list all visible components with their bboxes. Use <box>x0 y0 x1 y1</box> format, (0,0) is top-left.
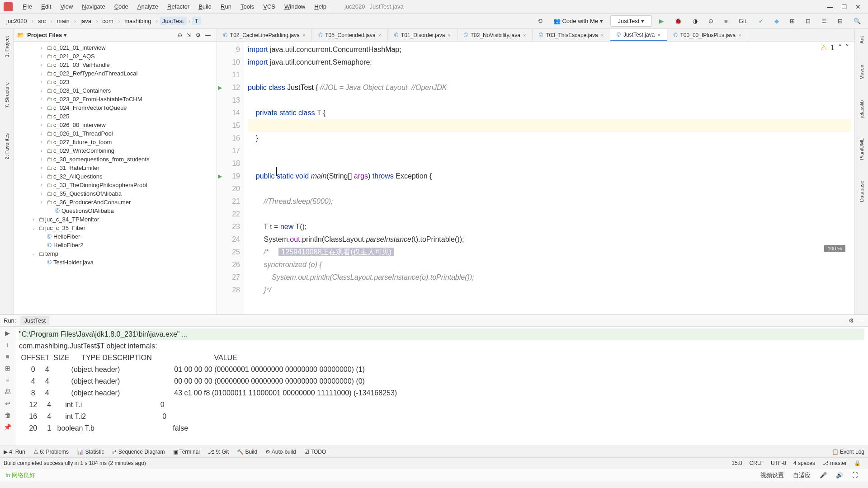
code-line[interactable]: //Thread.sleep(5000); <box>248 195 851 208</box>
menu-view[interactable]: View <box>56 1 77 12</box>
profile-button[interactable]: ⊙ <box>705 16 717 26</box>
breadcrumb-item[interactable]: juc2020 <box>4 17 30 25</box>
video-settings[interactable]: 视频设置 <box>756 471 788 479</box>
inspection-widget[interactable]: ⚠1 ˄ ˅ <box>821 43 849 52</box>
console-output[interactable]: "C:\Program Files\Java\jdk1.8.0_231\bin\… <box>15 327 868 446</box>
chevron-icon[interactable]: › <box>38 200 45 205</box>
tree-folder[interactable]: ⌄🗀temp <box>14 249 217 258</box>
tree-folder[interactable]: ›🗀c_021_01_interview <box>14 43 217 52</box>
minimize-icon[interactable]: — <box>827 3 833 10</box>
line-number[interactable]: 9 <box>219 43 240 56</box>
menu-window[interactable]: Window <box>280 1 310 12</box>
code-line[interactable]: /* 1259410088正在观看(仅主人可见) <box>248 246 851 258</box>
close-icon[interactable]: ✕ <box>855 3 861 10</box>
tab-eventlog[interactable]: 📋 Event Log <box>832 449 864 455</box>
line-number[interactable]: 11 <box>219 69 240 81</box>
tree-folder[interactable]: ›🗀c_32_AliQuestions <box>14 172 217 181</box>
code-line[interactable] <box>248 145 851 157</box>
code-lines[interactable]: import java.util.concurrent.ConcurrentHa… <box>244 42 854 314</box>
scope-dropdown-icon[interactable]: ▾ <box>64 32 67 38</box>
line-number[interactable]: 19▶ <box>219 170 240 183</box>
code-line[interactable]: import java.util.concurrent.ConcurrentHa… <box>248 43 851 56</box>
line-number[interactable]: 22 <box>219 208 240 221</box>
code-line[interactable]: public static void main(String[] args) t… <box>248 170 851 183</box>
filter-icon[interactable]: ≡ <box>5 376 9 384</box>
lock-icon[interactable]: 🔒 <box>850 460 864 466</box>
run-config-selector[interactable]: JustTest ▾ <box>610 15 652 27</box>
left-tab-structure[interactable]: 7: Structure <box>3 79 10 112</box>
code-with-me-button[interactable]: 👥 Code with Me ▾ <box>550 16 607 26</box>
stop-run-button[interactable]: ■ <box>5 353 9 360</box>
chevron-icon[interactable]: › <box>38 122 45 127</box>
chevron-icon[interactable]: › <box>38 183 45 188</box>
chevron-icon[interactable]: › <box>38 105 45 110</box>
chevron-icon[interactable]: › <box>38 131 45 136</box>
tree-folder[interactable]: ›🗀c_021_03_VarHandle <box>14 61 217 69</box>
tree-folder[interactable]: ›🗀c_023_01_Containers <box>14 86 217 95</box>
tree-file[interactable]: ©HelloFiber <box>14 232 217 241</box>
chevron-icon[interactable]: ⌄ <box>30 251 37 256</box>
code-line[interactable] <box>248 157 851 170</box>
close-tab-icon[interactable]: × <box>738 33 741 38</box>
right-tab-plantuml[interactable]: PlantUML <box>858 135 865 164</box>
tree-folder[interactable]: ›🗀c_023 <box>14 78 217 86</box>
breadcrumb-item[interactable]: T <box>192 17 201 25</box>
sync-icon[interactable]: ⟲ <box>534 16 546 26</box>
chevron-icon[interactable]: › <box>38 71 45 76</box>
chevron-icon[interactable]: › <box>38 88 45 93</box>
gutter-run-icon[interactable]: ▶ <box>218 170 222 183</box>
coverage-button[interactable]: ◑ <box>689 16 701 26</box>
editor-tab[interactable]: ©T03_ThisEscape.java× <box>533 29 610 41</box>
file-encoding[interactable]: UTF-8 <box>767 460 790 466</box>
menu-run[interactable]: Run <box>216 1 236 12</box>
line-number[interactable]: 27 <box>219 271 240 284</box>
line-number[interactable]: 21 <box>219 195 240 208</box>
tab-sequence[interactable]: ⇄ Sequence Diagram <box>112 449 165 455</box>
chevron-icon[interactable]: › <box>38 165 45 170</box>
close-tab-icon[interactable]: × <box>378 33 381 38</box>
tab-autobuild[interactable]: ⚙ Auto-build <box>265 449 296 455</box>
rerun-button[interactable]: ▶ <box>5 329 10 337</box>
run-hide-icon[interactable]: — <box>859 317 864 324</box>
tb-icon-2[interactable]: ⊡ <box>802 16 814 26</box>
tab-terminal[interactable]: ▣ Terminal <box>173 449 200 455</box>
layout-icon[interactable]: ⊞ <box>5 365 10 372</box>
chevron-icon[interactable]: ⌄ <box>30 225 37 230</box>
editor-tab[interactable]: ©T05_Contended.java× <box>312 29 388 41</box>
tree-folder[interactable]: ›🗀c_021_02_AQS <box>14 52 217 61</box>
tree-folder[interactable]: ›🗀c_023_02_FromHashtableToCHM <box>14 95 217 103</box>
tb-icon-4[interactable]: ⊟ <box>834 16 846 26</box>
tab-statistic[interactable]: 📊 Statistic <box>77 449 104 455</box>
menu-vcs[interactable]: VCS <box>259 1 280 12</box>
wrap-icon[interactable]: ↩ <box>5 400 10 407</box>
line-number[interactable]: 17 <box>219 145 240 157</box>
menu-code[interactable]: Code <box>110 1 133 12</box>
chevron-icon[interactable]: › <box>38 45 45 50</box>
tab-todo[interactable]: ☑ TODO <box>304 449 326 455</box>
fullscreen-icon[interactable]: ⛶ <box>848 472 863 479</box>
code-line[interactable]: public class JustTest { //JOL = Java Obj… <box>248 81 851 94</box>
code-line[interactable]: synchronized (o) { <box>248 258 851 271</box>
code-line[interactable] <box>248 94 851 107</box>
menu-build[interactable]: Build <box>194 1 216 12</box>
line-number[interactable]: 20 <box>219 183 240 195</box>
locate-icon[interactable]: ⊙ <box>175 31 184 39</box>
code-line[interactable]: T t = new T(); <box>248 221 851 233</box>
tab-run[interactable]: ▶ 4: Run <box>4 449 25 455</box>
line-number[interactable]: 15 <box>219 119 240 132</box>
git-branch[interactable]: ⎇ master <box>819 460 850 466</box>
tree-folder[interactable]: ›🗀c_024_FromVectorToQueue <box>14 103 217 112</box>
tree-folder[interactable]: ›🗀c_025 <box>14 112 217 121</box>
tree-file[interactable]: ©HelloFiber2 <box>14 241 217 249</box>
line-number[interactable]: 14 <box>219 107 240 119</box>
line-number[interactable]: 24 <box>219 233 240 246</box>
menu-help[interactable]: Help <box>310 1 331 12</box>
hide-icon[interactable]: — <box>203 31 213 39</box>
chevron-icon[interactable]: › <box>38 148 45 153</box>
line-number[interactable]: 18 <box>219 157 240 170</box>
caret-position[interactable]: 15:8 <box>728 460 745 466</box>
breadcrumb-item[interactable]: src <box>35 17 48 25</box>
line-number[interactable]: 28 <box>219 284 240 296</box>
code-line[interactable]: System.out.println(ClassLayout.parseInst… <box>248 233 851 246</box>
expand-icon[interactable]: ⇲ <box>184 31 193 39</box>
